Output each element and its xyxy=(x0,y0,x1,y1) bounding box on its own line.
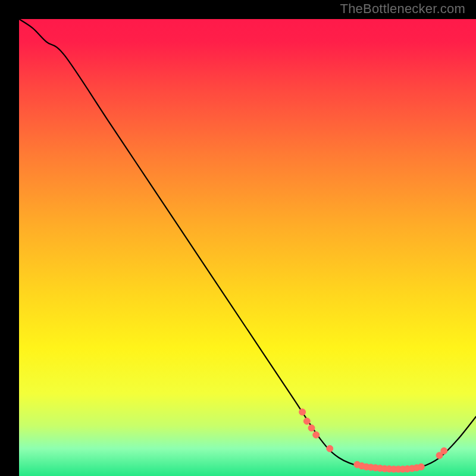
watermark-text: TheBottlenecker.com xyxy=(340,1,465,17)
highlight-point xyxy=(327,445,333,452)
chart-background xyxy=(19,19,476,476)
highlight-point xyxy=(441,447,447,454)
highlight-point xyxy=(299,409,306,415)
bottleneck-chart xyxy=(19,19,476,476)
highlight-point xyxy=(313,431,320,438)
highlight-point xyxy=(308,425,315,431)
highlight-point xyxy=(418,464,424,470)
highlight-point xyxy=(303,418,310,424)
chart-frame xyxy=(10,10,466,466)
